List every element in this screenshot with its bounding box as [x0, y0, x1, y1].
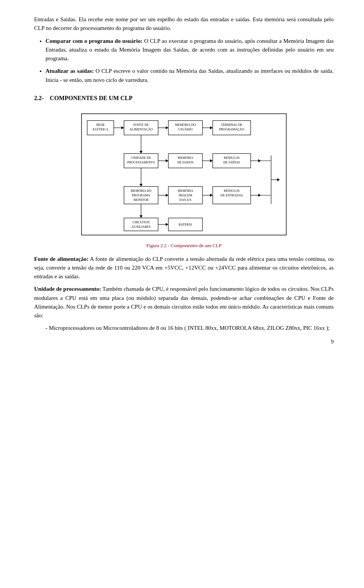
svg-text:MEMÓRIA DO: MEMÓRIA DO: [175, 123, 196, 127]
svg-text:REDE: REDE: [96, 123, 105, 127]
bullet-item-1: Comparar com o programa do usuário: O CL…: [46, 37, 334, 63]
svg-text:AUXILIARES: AUXILIARES: [132, 225, 151, 229]
svg-marker-5: [121, 126, 124, 129]
svg-text:UNIDADE DE: UNIDADE DE: [131, 156, 151, 160]
page-number: 9: [331, 337, 334, 346]
svg-text:IMAGEM: IMAGEM: [179, 193, 192, 197]
bullet1-label: Comparar com o programa do usuário:: [46, 38, 143, 44]
diagram-caption: Figura 2.2 - Componentes de um CLP: [34, 242, 334, 249]
bullet-item-2: Atualizar as saídas: O CLP escreve o val…: [46, 67, 334, 85]
bullet2-label: Atualizar as saídas:: [46, 68, 94, 74]
svg-text:PROGRAMAÇÃO: PROGRAMAÇÃO: [219, 127, 244, 131]
svg-text:ELÉTRICA: ELÉTRICA: [93, 127, 108, 131]
svg-text:TERMINAL DE: TERMINAL DE: [221, 123, 242, 127]
svg-marker-58: [140, 215, 143, 218]
footer: 9: [34, 335, 334, 347]
fonte-label: Fonte de alimentação:: [34, 256, 88, 262]
section-number: 2.2-: [34, 95, 44, 101]
diagram-container: REDE ELÉTRICA FONTE DE ALIMENTAÇÃO MEMÓR…: [34, 110, 334, 239]
svg-marker-38: [140, 184, 143, 187]
svg-marker-63: [166, 223, 168, 226]
svg-text:PROCESSAMENTO: PROCESSAMENTO: [127, 160, 155, 164]
svg-text:FONTE DE: FONTE DE: [133, 123, 149, 127]
svg-marker-68: [277, 178, 280, 181]
svg-text:ALIMENTAÇÃO: ALIMENTAÇÃO: [129, 127, 153, 131]
svg-marker-50: [210, 194, 213, 197]
svg-text:BATERIA: BATERIA: [179, 223, 193, 226]
svg-text:MEMÓRIA: MEMÓRIA: [177, 156, 193, 160]
svg-text:MEMÓRIA DO: MEMÓRIA DO: [130, 189, 151, 193]
svg-text:USUÁRIO: USUÁRIO: [178, 127, 193, 131]
section-title: COMPONENTES DE UM CLP: [50, 95, 132, 101]
fonte-paragraph: Fonte de alimentação: A fonte de aliment…: [34, 255, 334, 281]
svg-text:DE DADOS: DE DADOS: [177, 160, 194, 164]
svg-text:DAS E/S: DAS E/S: [179, 198, 191, 202]
svg-marker-44: [166, 194, 168, 197]
svg-text:MEMÓRIA: MEMÓRIA: [177, 189, 193, 193]
svg-text:MÓDULOS: MÓDULOS: [224, 189, 240, 193]
svg-marker-20: [140, 151, 143, 154]
unidade-paragraph: Unidade de processamento: Também chamada…: [34, 285, 334, 320]
svg-marker-10: [166, 126, 168, 129]
svg-text:DE SAÍDAS: DE SAÍDAS: [223, 160, 240, 164]
section-heading: 2.2-COMPONENTES DE UM CLP: [34, 94, 334, 103]
bullet-list: Comparar com o programa do usuário: O CL…: [46, 37, 334, 85]
svg-marker-30: [210, 159, 213, 162]
svg-text:CIRCUITOS: CIRCUITOS: [133, 220, 150, 224]
svg-text:MONITOR: MONITOR: [133, 198, 149, 202]
svg-marker-25: [166, 159, 168, 162]
svg-text:DE ENTRADAS: DE ENTRADAS: [221, 193, 243, 197]
svg-marker-15: [210, 126, 213, 129]
svg-text:MÓDULOS: MÓDULOS: [224, 156, 240, 160]
paragraph-1: Entradas e Saídas. Ela recebe este nome …: [34, 15, 334, 33]
unidade-label: Unidade de processamento:: [34, 286, 101, 292]
dash-item-1: - Microprocessadores ou Microcontrolador…: [46, 324, 334, 332]
components-diagram: REDE ELÉTRICA FONTE DE ALIMENTAÇÃO MEMÓR…: [78, 110, 290, 239]
svg-text:PROGRAMA: PROGRAMA: [132, 193, 151, 197]
